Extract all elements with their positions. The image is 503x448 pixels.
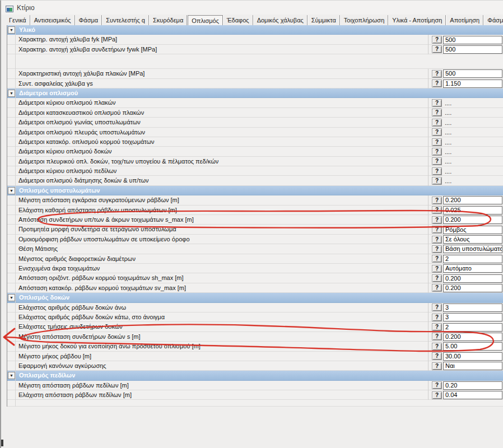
tab-10[interactable]: Τοιχοπλήρωση — [341, 15, 388, 25]
value-text[interactable]: .... — [443, 168, 451, 175]
tab-12[interactable]: Αποτίμηση — [446, 15, 483, 25]
row-selector — [7, 206, 16, 215]
value-input[interactable]: 2 — [443, 255, 502, 263]
help-button[interactable]: ? — [432, 109, 442, 116]
value-input[interactable]: 500 — [443, 45, 502, 54]
collapse-icon[interactable]: ▼ — [8, 372, 15, 379]
value-input[interactable]: Ρόμβος — [443, 226, 502, 234]
value-input[interactable]: Ναι — [443, 362, 502, 370]
value-text[interactable]: .... — [443, 139, 451, 146]
help-button[interactable]: ? — [432, 45, 442, 53]
row-label: Χαρακτηριστική αντοχή χάλυβα πλακών [MPa… — [16, 69, 429, 78]
tab-2[interactable]: Αντισεισμικός — [31, 15, 75, 25]
help-button[interactable]: ? — [432, 216, 442, 224]
help-button[interactable]: ? — [432, 157, 442, 165]
row-selector — [7, 54, 16, 69]
help-button[interactable]: ? — [432, 362, 442, 370]
help-button[interactable]: ? — [432, 323, 442, 331]
value-input[interactable]: 3 — [443, 313, 502, 321]
value-text[interactable]: .... — [443, 109, 451, 116]
value-input[interactable]: 3 — [443, 304, 502, 312]
help-button[interactable]: ? — [432, 314, 442, 321]
help-button[interactable]: ? — [432, 80, 442, 87]
help-button[interactable]: ? — [432, 255, 442, 263]
tab-1[interactable]: Γενικά — [6, 15, 30, 25]
value-input[interactable]: Αυτόματο — [443, 264, 502, 273]
help-button[interactable]: ? — [432, 391, 442, 399]
help-button[interactable]: ? — [432, 333, 442, 340]
settings-grid: ▼ΥλικόΧαρακτηρ. αντοχή χάλυβα fyk [MPa]?… — [7, 25, 503, 407]
value-input[interactable]: 0.200 — [443, 274, 502, 283]
value-input[interactable]: 500 — [443, 69, 502, 78]
value-input[interactable]: Σε όλους — [443, 235, 502, 244]
tab-11[interactable]: Υλικά - Αποτίμηση — [389, 15, 446, 25]
help-button[interactable]: ? — [432, 206, 442, 214]
value-input[interactable]: 0.04 — [443, 391, 502, 399]
tab-7[interactable]: Έδαφος — [223, 15, 253, 25]
row-label: Ελάχιστη απόσταση ράβδων πεδίλων [m] — [16, 390, 429, 400]
tab-9[interactable]: Σύμμικτα — [308, 15, 340, 25]
tab-4[interactable]: Συντελεστής q — [103, 15, 149, 25]
help-cell: ? — [429, 303, 443, 312]
help-button[interactable]: ? — [432, 70, 442, 78]
help-button[interactable]: ? — [432, 197, 442, 204]
help-button[interactable]: ? — [432, 36, 442, 44]
row-selector — [7, 303, 16, 312]
value-input[interactable]: 1.150 — [443, 80, 502, 88]
help-button[interactable]: ? — [432, 236, 442, 244]
help-button[interactable]: ? — [432, 167, 442, 175]
help-button[interactable]: ? — [432, 148, 442, 156]
value-input[interactable]: 0.200 — [443, 333, 502, 341]
value-input[interactable]: 0.200 — [443, 284, 502, 292]
value-input[interactable]: 30.00 — [443, 352, 502, 361]
value-input[interactable]: 0.200 — [443, 196, 502, 204]
value-cell: Βάση υποστυλώματος — [443, 244, 503, 254]
value-text[interactable]: .... — [443, 178, 451, 184]
help-button[interactable]: ? — [432, 177, 442, 185]
help-button[interactable]: ? — [432, 138, 442, 146]
collapse-icon[interactable]: ▼ — [8, 294, 15, 301]
help-button[interactable]: ? — [432, 226, 442, 234]
title-bar[interactable]: Κτίριο — [1, 1, 503, 15]
tab-8[interactable]: Δομικός χάλυβας — [254, 15, 308, 25]
value-cell: 30.00 — [443, 352, 503, 361]
value-input[interactable]: 0.20 — [443, 381, 502, 390]
help-button[interactable]: ? — [432, 352, 442, 360]
help-button[interactable]: ? — [432, 304, 442, 311]
collapse-icon[interactable]: ▼ — [8, 187, 15, 194]
value-input[interactable]: 2 — [443, 323, 502, 332]
collapse-icon[interactable]: ▼ — [8, 26, 15, 34]
tab-5[interactable]: Σκυρόδεμα — [150, 15, 187, 25]
tab-13[interactable]: Φάσμα - Αποτίμηση — [484, 15, 503, 25]
value-cell: 500 — [443, 45, 503, 54]
help-button[interactable]: ? — [432, 274, 442, 282]
row-label: Διάμετροι κύριου οπλισμού πεδίλων — [16, 166, 429, 176]
value-text[interactable]: .... — [443, 158, 451, 165]
help-button[interactable]: ? — [432, 284, 442, 292]
value-input[interactable]: 500 — [443, 36, 502, 44]
help-button[interactable]: ? — [432, 245, 442, 253]
value-text[interactable]: .... — [443, 129, 451, 136]
tab-6-active[interactable]: Οπλισμός — [188, 15, 223, 25]
help-button[interactable]: ? — [432, 128, 442, 136]
value-text[interactable]: .... — [443, 119, 451, 126]
help-button[interactable]: ? — [432, 119, 442, 127]
value-cell: 0.04 — [443, 390, 503, 400]
row-selector — [7, 361, 16, 371]
collapse-icon[interactable]: ▼ — [8, 90, 15, 97]
tab-3[interactable]: Φάσμα — [76, 15, 103, 25]
help-button[interactable]: ? — [432, 343, 442, 351]
value-input[interactable]: Βάση υποστυλώματος — [443, 245, 502, 253]
grid-row: Συντ. ασφαλείας χάλυβα γs?1.150 — [7, 79, 503, 88]
value-input[interactable]: 0.025 — [443, 206, 502, 214]
value-text[interactable]: .... — [443, 148, 451, 155]
value-input[interactable]: 5.00 — [443, 342, 502, 351]
value-input[interactable]: 0.200 — [443, 216, 502, 224]
help-button[interactable]: ? — [432, 265, 442, 273]
value-text[interactable]: .... — [443, 100, 451, 106]
help-button[interactable]: ? — [432, 99, 442, 107]
empty-row — [7, 400, 503, 407]
help-button[interactable]: ? — [432, 381, 442, 389]
section-header: ▼Διάμετροι οπλισμού — [7, 88, 503, 98]
grid-row: Θέση Μάτισης?Βάση υποστυλώματος — [7, 244, 503, 254]
